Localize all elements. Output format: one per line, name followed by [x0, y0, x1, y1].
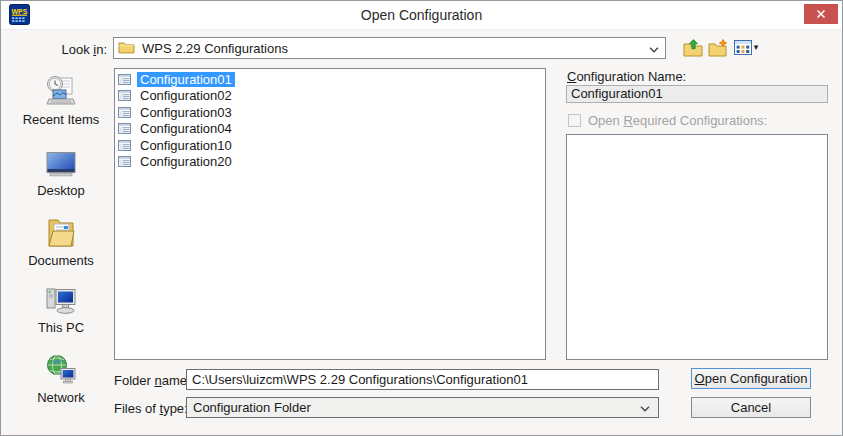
- dialog-title: Open Configuration: [1, 7, 842, 23]
- file-item[interactable]: Configuration02: [115, 88, 545, 105]
- configuration-name-label: Configuration Name:: [567, 69, 686, 84]
- sidebar-item-label: Recent Items: [13, 112, 109, 127]
- title-bar[interactable]: WPS Open Configuration: [1, 1, 842, 30]
- file-item[interactable]: Configuration10: [115, 137, 545, 154]
- sidebar-item-documents[interactable]: Documents: [13, 217, 109, 268]
- recent-items-icon: [44, 95, 78, 110]
- this-pc-icon: [44, 303, 78, 318]
- folder-name-label: Folder name:: [114, 373, 191, 388]
- file-item-label: Configuration03: [137, 105, 235, 120]
- file-item[interactable]: Configuration04: [115, 121, 545, 138]
- file-item[interactable]: Configuration20: [115, 154, 545, 171]
- chevron-down-icon: [649, 41, 659, 56]
- file-item[interactable]: Configuration01: [115, 71, 545, 88]
- configuration-file-icon: [118, 90, 131, 101]
- sidebar-item-desktop[interactable]: Desktop: [13, 151, 109, 198]
- look-in-label: Look in:: [41, 42, 107, 57]
- configuration-file-icon: [118, 140, 131, 151]
- chevron-down-icon: [640, 400, 650, 415]
- sidebar-item-label: Documents: [13, 253, 109, 268]
- open-required-checkbox-label: Open Required Configurations:: [588, 113, 767, 128]
- close-icon[interactable]: [804, 4, 838, 24]
- file-list[interactable]: Configuration01 Configuration02 Configur…: [114, 68, 546, 360]
- configuration-file-icon: [118, 123, 131, 134]
- file-item-label: Configuration04: [137, 121, 235, 136]
- open-configuration-button[interactable]: Open Configuration: [691, 368, 811, 389]
- sidebar-item-label: Network: [13, 390, 109, 405]
- configuration-file-icon: [118, 107, 131, 118]
- files-of-type-value: Configuration Folder: [193, 400, 311, 415]
- sidebar-item-this-pc[interactable]: This PC: [13, 285, 109, 335]
- documents-icon: [46, 236, 76, 251]
- file-item-label: Configuration20: [137, 154, 235, 169]
- required-configurations-list[interactable]: [566, 134, 828, 360]
- file-item-label: Configuration01: [137, 72, 235, 87]
- sidebar-item-label: This PC: [13, 320, 109, 335]
- look-in-combobox[interactable]: WPS 2.29 Configurations: [113, 37, 666, 59]
- file-item-label: Configuration02: [137, 88, 235, 103]
- desktop-icon: [45, 166, 77, 181]
- file-item-label: Configuration10: [137, 138, 235, 153]
- network-icon: [45, 373, 77, 388]
- up-one-level-folder-icon[interactable]: [682, 37, 704, 58]
- sidebar-item-recent-items[interactable]: Recent Items: [13, 75, 109, 127]
- folder-name-input[interactable]: C:\Users\luizcm\WPS 2.29 Configurations\…: [186, 369, 659, 390]
- open-required-checkbox[interactable]: [568, 114, 581, 127]
- sidebar-item-label: Desktop: [13, 183, 109, 198]
- look-in-value: WPS 2.29 Configurations: [142, 41, 288, 56]
- configuration-name-field[interactable]: Configuration01: [566, 85, 828, 103]
- view-menu-icon[interactable]: ▾: [731, 37, 761, 58]
- files-of-type-label: Files of type:: [114, 401, 188, 416]
- files-of-type-combobox[interactable]: Configuration Folder: [186, 397, 659, 418]
- view-menu-caret-icon: ▾: [754, 43, 759, 52]
- configuration-file-icon: [118, 156, 131, 167]
- folder-icon: [118, 40, 135, 57]
- cancel-button[interactable]: Cancel: [691, 397, 811, 418]
- create-new-folder-icon[interactable]: [707, 37, 729, 58]
- open-configuration-dialog: WPS Open Configuration Look in: WPS 2.: [0, 0, 843, 436]
- sidebar-item-network[interactable]: Network: [13, 354, 109, 405]
- configuration-file-icon: [118, 74, 131, 85]
- file-item[interactable]: Configuration03: [115, 104, 545, 121]
